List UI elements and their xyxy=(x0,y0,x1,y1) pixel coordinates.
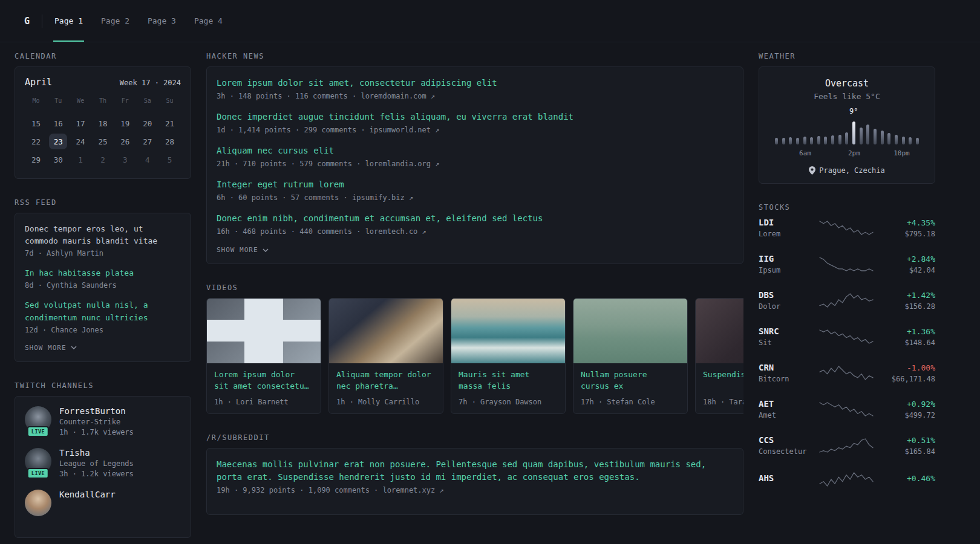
hn-item-title[interactable]: Integer eget rutrum lorem xyxy=(217,178,733,191)
twitch-channel[interactable]: LIVE KendallCarr xyxy=(25,490,181,516)
channel-name[interactable]: ForrestBurton xyxy=(59,406,134,416)
hn-show-more-button[interactable]: SHOW MORE xyxy=(217,246,269,254)
calendar-day: 21 xyxy=(158,114,181,132)
videos-widget: VIDEOS Lorem ipsum dolor sit amet consec… xyxy=(206,283,743,414)
weather-times: 6am2pm10pm xyxy=(775,149,919,158)
stock-row[interactable]: AHS +0.46% xyxy=(759,471,935,487)
avatar: LIVE xyxy=(25,406,51,433)
stock-symbol: SNRC xyxy=(759,326,812,336)
calendar-dow: Mo xyxy=(25,95,47,107)
stock-price: $156.28 xyxy=(881,302,935,311)
rss-item-title[interactable]: Sed volutpat nulla nisl, a condimentum n… xyxy=(25,299,181,323)
weather-temp-label: 9° xyxy=(849,107,858,115)
stock-sparkline xyxy=(812,220,881,236)
twitch-widget: TWITCH CHANNELS LIVE ForrestBurton Count… xyxy=(15,381,191,538)
subreddit-item-title[interactable]: Maecenas mollis pulvinar erat non posuer… xyxy=(217,458,733,484)
calendar-month: April xyxy=(25,77,52,88)
twitch-channel[interactable]: LIVE Trisha League of Legends 3h · 1.2k … xyxy=(25,448,181,478)
stock-change: +4.35% xyxy=(881,218,935,227)
stock-sparkline xyxy=(812,329,881,345)
video-card[interactable]: Lorem ipsum dolor sit amet consectetu… 1… xyxy=(206,298,321,414)
stock-name: Consectetur xyxy=(759,447,812,456)
stock-sparkline xyxy=(812,438,881,453)
external-link-icon: ↗ xyxy=(439,486,443,494)
weather-bar xyxy=(887,133,890,144)
stock-row[interactable]: AET Amet +0.92% $499.72 xyxy=(759,399,935,419)
weather-bar xyxy=(866,125,869,144)
stock-price: $165.84 xyxy=(881,447,935,456)
chevron-down-icon xyxy=(263,248,269,252)
weather-bar xyxy=(845,132,848,144)
page-tab[interactable]: Page 1 xyxy=(53,0,84,42)
channel-name[interactable]: Trisha xyxy=(59,448,134,458)
video-title[interactable]: Suspendisse diam xyxy=(703,369,743,392)
weather-bar xyxy=(831,135,834,144)
stock-row[interactable]: DBS Dolor +1.42% $156.28 xyxy=(759,290,935,311)
calendar-dow: Su xyxy=(158,95,181,107)
stock-row[interactable]: SNRC Sit +1.36% $148.64 xyxy=(759,326,935,347)
video-card[interactable]: Suspendisse diam 18h · Tara xyxy=(695,298,743,414)
rss-item-title[interactable]: Donec tempor eros leo, ut commodo mauris… xyxy=(25,223,181,247)
video-thumbnail[interactable] xyxy=(451,299,565,363)
subreddit-list: Maecenas mollis pulvinar erat non posuer… xyxy=(217,458,733,494)
calendar-day: 25 xyxy=(92,132,114,151)
stock-price: $148.64 xyxy=(881,338,935,347)
page-tab[interactable]: Page 4 xyxy=(193,0,224,42)
stock-symbol: LDI xyxy=(759,218,812,227)
stock-row[interactable]: IIG Ipsum +2.84% $42.04 xyxy=(759,254,935,274)
video-thumbnail[interactable] xyxy=(573,299,687,363)
calendar-day: 1 xyxy=(70,151,92,169)
weather-bar xyxy=(860,128,863,144)
stock-change: +0.92% xyxy=(881,400,935,409)
rss-section-title: RSS FEED xyxy=(15,198,191,207)
page-tab[interactable]: Page 3 xyxy=(146,0,177,42)
app-logo[interactable]: G xyxy=(19,16,34,27)
stock-name: Amet xyxy=(759,411,812,419)
stock-row[interactable]: CCS Consectetur +0.51% $165.84 xyxy=(759,435,935,456)
right-column: WEATHER Overcast Feels like 5°C 9° 6am2p… xyxy=(759,52,935,507)
stock-row[interactable]: LDI Lorem +4.35% $795.18 xyxy=(759,218,935,238)
twitch-channel[interactable]: LIVE ForrestBurton Counter-Strike 1h · 1… xyxy=(25,406,181,436)
page-tab[interactable]: Page 2 xyxy=(100,0,131,42)
video-title[interactable]: Aliquam tempor dolor nec pharetra… xyxy=(336,369,436,392)
hn-item-title[interactable]: Donec enim nibh, condimentum et accumsan… xyxy=(217,212,733,225)
divider xyxy=(42,15,42,28)
channel-game: League of Legends xyxy=(59,459,134,468)
video-card[interactable]: Nullam posuere cursus ex 17h · Stefan Co… xyxy=(573,298,688,414)
stock-name: Sit xyxy=(759,338,812,347)
video-meta: 18h · Tara xyxy=(703,398,743,406)
subreddit-widget: /R/SUBREDDIT Maecenas mollis pulvinar er… xyxy=(206,433,743,515)
video-card[interactable]: Aliquam tempor dolor nec pharetra… 1h · … xyxy=(328,298,443,414)
video-title[interactable]: Mauris sit amet massa felis xyxy=(459,369,558,392)
stock-price: $66,171.48 xyxy=(881,375,935,383)
external-link-icon: ↗ xyxy=(409,193,413,202)
hn-item-title[interactable]: Donec imperdiet augue tincidunt felis al… xyxy=(217,111,733,123)
weather-feels-like: Feels like 5°C xyxy=(769,92,925,101)
stock-symbol: DBS xyxy=(759,290,812,300)
rss-item-title[interactable]: In hac habitasse platea xyxy=(25,267,181,279)
video-meta: 1h · Molly Carrillo xyxy=(336,398,436,406)
external-link-icon: ↗ xyxy=(435,126,439,134)
hn-list: Lorem ipsum dolor sit amet, consectetur … xyxy=(217,77,733,236)
video-thumbnail[interactable] xyxy=(329,299,443,363)
video-thumbnail[interactable] xyxy=(207,299,321,363)
calendar-day: 22 xyxy=(25,132,47,151)
stocks-section-title: STOCKS xyxy=(759,203,935,212)
stock-symbol: AET xyxy=(759,399,812,409)
calendar-day: 30 xyxy=(47,151,70,169)
calendar-day: 4 xyxy=(136,151,158,169)
video-title[interactable]: Nullam posuere cursus ex xyxy=(581,369,680,392)
stock-sparkline xyxy=(812,293,881,308)
video-card[interactable]: Mauris sit amet massa felis 7h · Grayson… xyxy=(451,298,566,414)
hn-item-title[interactable]: Aliquam nec cursus elit xyxy=(217,144,733,157)
hn-item-title[interactable]: Lorem ipsum dolor sit amet, consectetur … xyxy=(217,77,733,89)
rss-show-more-button[interactable]: SHOW MORE xyxy=(25,344,77,352)
weather-bar xyxy=(782,138,785,144)
stock-symbol: CCS xyxy=(759,435,812,445)
video-title[interactable]: Lorem ipsum dolor sit amet consectetu… xyxy=(214,369,313,392)
live-badge: LIVE xyxy=(27,426,49,437)
stock-row[interactable]: CRN Bitcorn -1.00% $66,171.48 xyxy=(759,363,935,383)
stock-change: +0.51% xyxy=(881,436,935,445)
channel-name[interactable]: KendallCarr xyxy=(59,490,116,499)
video-thumbnail[interactable] xyxy=(696,299,743,363)
